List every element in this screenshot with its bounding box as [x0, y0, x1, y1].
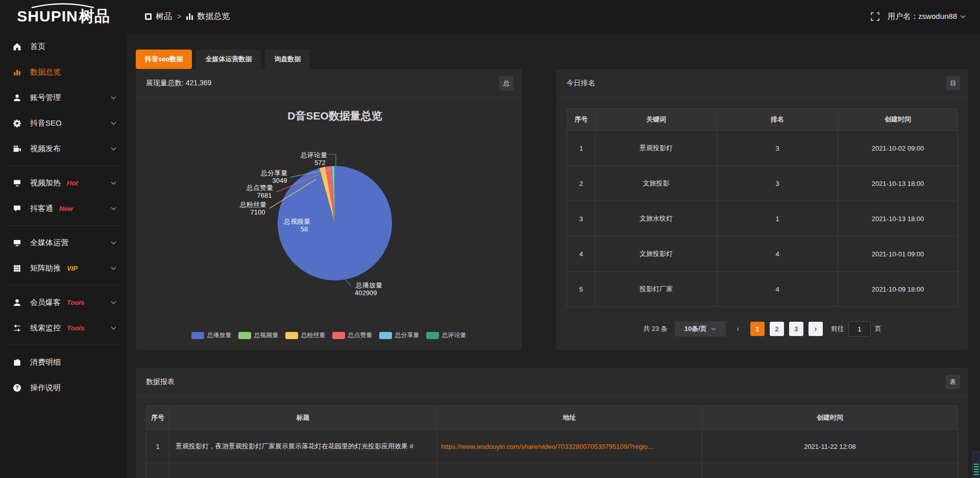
- sidebar-item-sliders[interactable]: 线索监控Tools: [0, 315, 127, 341]
- table-cell: 2021-11-22 12:08: [702, 430, 958, 463]
- table-row: 2文旅投影32021-10-13 18:00: [567, 166, 958, 201]
- ranking-panel-header: 今日排名 日: [556, 69, 968, 98]
- table-cell: 3: [717, 131, 838, 166]
- sidebar-item-label: 账号管理: [30, 93, 61, 103]
- page-button-3[interactable]: 3: [789, 322, 803, 336]
- page-size-value: 10条/页: [684, 324, 707, 333]
- sidebar-item-label: 数据总览: [30, 67, 61, 77]
- next-page-button[interactable]: ›: [808, 322, 823, 336]
- legend-label: 总粉丝量: [301, 331, 326, 340]
- sidebar: 首页数据总览账号管理抖音SEO视频发布视频加热Hot抖客通New全媒体运营矩阵助…: [0, 33, 127, 478]
- sidebar-item-wallet[interactable]: 消费明细: [0, 349, 127, 375]
- tab-1[interactable]: 全媒体运营数据: [196, 50, 261, 69]
- legend-item-总点赞量[interactable]: 总点赞量: [332, 331, 373, 340]
- sidebar-item-label: 矩阵助推: [30, 264, 61, 273]
- sidebar-item-person[interactable]: 会员爆客Tools: [0, 290, 127, 315]
- video-link-cell: https://www.iesdouyin.com/share/video/70…: [437, 430, 702, 463]
- person-icon: [12, 298, 21, 307]
- table-row: [146, 463, 958, 478]
- table-row: 1景观投影灯，夜游景观投影灯厂家展示展示落花灯在花园里的灯光投影应用效果 #ht…: [146, 430, 958, 463]
- sidebar-badge-tools: Tools: [67, 299, 84, 306]
- legend-label: 总评论量: [442, 331, 467, 340]
- page-number-group: 123: [750, 322, 803, 336]
- sidebar-divider: [7, 345, 119, 345]
- chevron-down-icon: [111, 241, 116, 245]
- sidebar-item-home[interactable]: 首页: [0, 34, 127, 59]
- table-badge-button[interactable]: 表: [946, 375, 960, 389]
- legend-item-总粉丝量[interactable]: 总粉丝量: [285, 331, 326, 340]
- tab-2[interactable]: 询盘数据: [265, 50, 310, 69]
- chevron-down-icon: [111, 122, 116, 125]
- table-cell: 4: [567, 236, 596, 272]
- logo-text-en: SHUPIN: [17, 8, 78, 25]
- page-button-2[interactable]: 2: [770, 322, 784, 336]
- table-cell: 5: [567, 272, 596, 307]
- sidebar-item-user[interactable]: 账号管理: [0, 85, 127, 110]
- column-header: 排名: [717, 109, 838, 131]
- floating-widget[interactable]: [972, 451, 980, 478]
- table-cell: 2021-10-01 09:00: [838, 236, 958, 272]
- goto-page-input[interactable]: [848, 321, 871, 337]
- table-row: 5投影灯厂家42021-10-09 18:00: [567, 272, 958, 307]
- report-panel-title: 数据报表: [146, 377, 175, 387]
- page-button-1[interactable]: 1: [750, 322, 765, 336]
- table-cell: [146, 463, 169, 478]
- column-header: 标题: [169, 406, 437, 430]
- table-cell: 景观投影灯: [596, 131, 717, 166]
- table-cell: 4: [717, 236, 838, 272]
- chat-icon: [12, 204, 21, 213]
- table-cell: 4: [717, 272, 838, 307]
- sidebar-item-gear[interactable]: 抖音SEO: [0, 110, 127, 136]
- chevron-down-icon: [711, 327, 716, 330]
- table-cell: 2021-10-02 09:00: [838, 131, 958, 166]
- ranking-table: 序号关键词排名创建时间 1景观投影灯32021-10-02 09:002文旅投影…: [567, 108, 958, 307]
- total-badge-button[interactable]: 总: [499, 76, 513, 90]
- home-icon: [12, 42, 21, 51]
- sidebar-item-question[interactable]: ?操作说明: [0, 375, 127, 400]
- sidebar-item-chart[interactable]: 数据总览: [0, 59, 127, 85]
- legend-item-总播放量[interactable]: 总播放量: [191, 331, 232, 340]
- pie-label: 总点赞量: [246, 184, 273, 192]
- bar-chart-icon: [186, 13, 193, 20]
- brand-logo[interactable]: SHUPIN 树品: [0, 6, 127, 27]
- sidebar-item-monitor[interactable]: 全媒体运营: [0, 230, 127, 255]
- sidebar-badge-tools: Tools: [67, 324, 84, 332]
- daily-badge-button[interactable]: 日: [946, 76, 960, 90]
- table-cell: [169, 463, 437, 478]
- column-header: 地址: [437, 406, 702, 430]
- sidebar-divider: [7, 165, 119, 166]
- legend-item-总分享量[interactable]: 总分享量: [379, 331, 420, 340]
- goto-unit: 页: [875, 324, 881, 333]
- legend-item-总评论量[interactable]: 总评论量: [426, 331, 467, 340]
- breadcrumb-item-root[interactable]: 树品: [156, 11, 172, 22]
- sidebar-item-label: 操作说明: [30, 383, 61, 393]
- overview-panel-header: 展现量总数: 421,369 总: [136, 69, 522, 98]
- sidebar-item-label: 全媒体运营: [30, 238, 68, 248]
- tab-0[interactable]: 抖音seo数据: [136, 50, 192, 69]
- legend-label: 总点赞量: [348, 331, 373, 340]
- column-header: 创建时间: [702, 406, 958, 430]
- legend-swatch: [238, 332, 251, 339]
- table-cell: 2021-10-13 18:00: [838, 166, 958, 201]
- table-row: 3文旅水纹灯12021-10-13 18:00: [567, 201, 958, 236]
- prev-page-button[interactable]: ‹: [731, 322, 745, 336]
- legend-swatch: [285, 332, 298, 339]
- sidebar-item-camera[interactable]: 视频发布: [0, 136, 127, 161]
- sidebar-item-chat[interactable]: 抖客通New: [0, 196, 127, 221]
- sidebar-item-grid[interactable]: 矩阵助推VIP: [0, 255, 127, 281]
- chevron-down-icon: [111, 326, 116, 330]
- report-panel: 数据报表 表 序号标题地址创建时间 1景观投影灯，夜游景观投影灯厂家展示展示落花…: [136, 368, 968, 478]
- page-size-select[interactable]: 10条/页: [675, 321, 726, 337]
- legend-item-总视频量[interactable]: 总视频量: [238, 331, 279, 340]
- pie-chart: D音SEO数据量总览总播放量402909总视频量58总粉丝量7100总点赞量76…: [136, 98, 522, 318]
- video-link[interactable]: https://www.iesdouyin.com/share/video/70…: [441, 443, 654, 450]
- user-menu[interactable]: 用户名：zswodun88: [888, 12, 966, 21]
- legend-swatch: [191, 332, 204, 339]
- sidebar-item-label: 抖音SEO: [30, 118, 62, 128]
- sidebar-item-label: 视频发布: [30, 144, 61, 154]
- sidebar-item-screen[interactable]: 视频加热Hot: [0, 170, 127, 196]
- breadcrumb-item-current[interactable]: 数据总览: [197, 11, 230, 22]
- pie-label: 7100: [251, 208, 265, 216]
- widget-stripes-icon: [974, 464, 979, 475]
- fullscreen-icon[interactable]: [871, 12, 879, 21]
